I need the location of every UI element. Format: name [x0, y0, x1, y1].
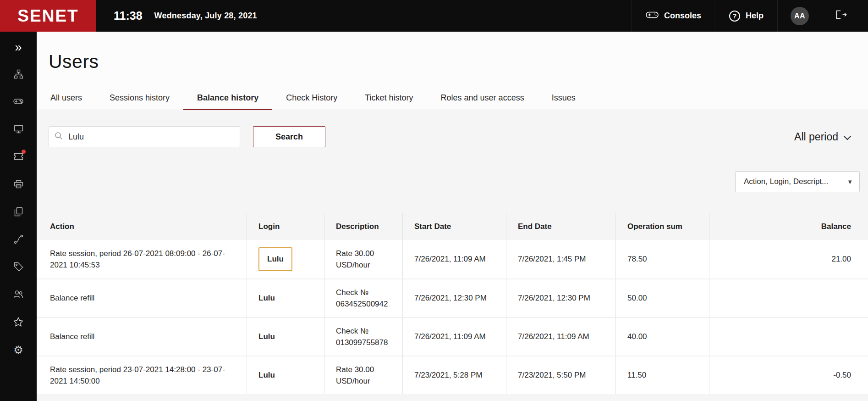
- search-input[interactable]: [67, 132, 234, 142]
- sidebar-item-documents[interactable]: [0, 199, 37, 226]
- cell-end: 7/26/2021, 1:45 PM: [506, 240, 615, 278]
- clock: 11:38: [114, 9, 143, 22]
- cell-description: Check № 013099755878: [324, 318, 402, 356]
- main-content: Users All usersSessions historyBalance h…: [37, 32, 868, 401]
- cell-start: 7/26/2021, 11:09 AM: [402, 240, 506, 278]
- balance-history-table: ActionLoginDescriptionStart DateEnd Date…: [37, 213, 868, 394]
- sidebar-item-tickets[interactable]: [0, 144, 37, 171]
- cell-start: 7/26/2021, 12:30 PM: [402, 279, 506, 317]
- login-value: Lulu: [258, 331, 275, 343]
- consoles-button[interactable]: Consoles: [632, 0, 715, 32]
- sidebar-item-favorites[interactable]: [0, 309, 37, 336]
- help-label: Help: [746, 11, 764, 21]
- sidebar-item-statistics[interactable]: [0, 226, 37, 254]
- table-row: Balance refillLuluCheck № 0634525009427/…: [37, 278, 868, 317]
- column-header-login: Login: [247, 213, 324, 240]
- sidebar-item-users[interactable]: [0, 281, 37, 309]
- columns-filter-section: Action, Login, Descript... ▼: [37, 171, 860, 192]
- printer-icon: [14, 180, 23, 190]
- page-header-section: Users All usersSessions historyBalance h…: [37, 32, 868, 110]
- login-value[interactable]: Lulu: [258, 247, 292, 271]
- cell-sum: 50.00: [615, 279, 709, 317]
- logout-icon: [836, 10, 847, 22]
- column-header-balance: Balance: [709, 213, 868, 240]
- current-date: Wednesday, July 28, 2021: [154, 11, 257, 21]
- tab-roles-and-user-access[interactable]: Roles and user access: [427, 85, 538, 110]
- cell-end: 7/26/2021, 12:30 PM: [506, 279, 615, 317]
- tab-all-users[interactable]: All users: [37, 85, 96, 110]
- tabs: All usersSessions historyBalance history…: [37, 85, 868, 110]
- cell-action: Balance refill: [37, 318, 247, 356]
- chevron-down-icon: [843, 131, 852, 143]
- search-icon: [55, 132, 63, 142]
- search-button[interactable]: Search: [253, 126, 325, 147]
- caret-down-icon: ▼: [847, 178, 853, 185]
- senet-logo[interactable]: SENET: [0, 0, 96, 32]
- double-chevron-right-icon: »: [15, 41, 22, 54]
- gamepad-icon: [646, 11, 659, 21]
- sidebar-item-structure[interactable]: [0, 61, 37, 89]
- cell-action: Balance refill: [37, 279, 247, 317]
- tab-ticket-history[interactable]: Ticket history: [351, 85, 427, 110]
- sidebar: »: [0, 32, 37, 401]
- tab-sessions-history[interactable]: Sessions history: [96, 85, 183, 110]
- cell-action: Rate session, period 26-07-2021 08:09:00…: [37, 240, 247, 278]
- cell-login: Lulu: [247, 279, 324, 317]
- sidebar-item-printing[interactable]: [0, 171, 37, 199]
- columns-filter-value: Action, Login, Descript...: [744, 177, 828, 186]
- sidebar-item-settings[interactable]: ⚙: [0, 336, 37, 364]
- structure-icon: [14, 69, 23, 81]
- cell-balance: [709, 318, 868, 356]
- route-icon: [14, 234, 23, 246]
- cell-description: Check № 063452500942: [324, 279, 402, 317]
- avatar[interactable]: AA: [791, 7, 809, 25]
- period-label: All period: [794, 131, 838, 143]
- cell-sum: 11.50: [615, 356, 709, 394]
- sidebar-item-computers[interactable]: [0, 116, 37, 144]
- column-header-operation-sum: Operation sum: [615, 213, 709, 240]
- cell-balance: [709, 279, 868, 317]
- column-header-end-date: End Date: [506, 213, 615, 240]
- users-icon: [13, 290, 23, 301]
- table-row: Rate session, period 26-07-2021 08:09:00…: [37, 240, 868, 278]
- period-selector[interactable]: All period: [794, 126, 852, 147]
- ticket-icon: [14, 153, 23, 162]
- cell-login: Lulu: [247, 240, 324, 278]
- notification-dot: [22, 150, 26, 154]
- tab-check-history[interactable]: Check History: [272, 85, 351, 110]
- cell-description: Rate 30.00 USD/hour: [324, 356, 402, 394]
- column-header-start-date: Start Date: [402, 213, 506, 240]
- sidebar-item-bookings[interactable]: [0, 89, 37, 116]
- columns-filter-dropdown[interactable]: Action, Login, Descript... ▼: [735, 171, 860, 192]
- cell-description: Rate 30.00 USD/hour: [324, 240, 402, 278]
- star-icon: [13, 317, 23, 329]
- login-value: Lulu: [258, 292, 275, 304]
- table-row: Balance refillLuluCheck № 0130997558787/…: [37, 317, 868, 356]
- cell-end: 7/26/2021, 11:09 AM: [506, 318, 615, 356]
- monitor-icon: [14, 125, 23, 135]
- sidebar-item-tariffs[interactable]: [0, 254, 37, 281]
- top-bar: SENET 11:38 Wednesday, July 28, 2021 Con…: [0, 0, 868, 32]
- login-value: Lulu: [258, 369, 275, 381]
- price-tag-icon: [14, 262, 23, 273]
- column-header-action: Action: [37, 213, 247, 240]
- logout-button[interactable]: [822, 0, 861, 32]
- cell-balance: 21.00: [709, 240, 868, 278]
- page-title: Users: [37, 32, 868, 85]
- cell-sum: 40.00: [615, 318, 709, 356]
- cell-sum: 78.50: [615, 240, 709, 278]
- cell-start: 7/26/2021, 11:09 AM: [402, 318, 506, 356]
- cell-login: Lulu: [247, 318, 324, 356]
- sidebar-expand-button[interactable]: »: [0, 33, 37, 61]
- tab-balance-history[interactable]: Balance history: [183, 85, 272, 110]
- avatar-wrapper: AA: [777, 0, 822, 32]
- cell-login: Lulu: [247, 356, 324, 394]
- copy-icon: [14, 207, 23, 218]
- search-input-wrapper: [49, 126, 240, 147]
- table-header: ActionLoginDescriptionStart DateEnd Date…: [37, 213, 868, 240]
- cell-start: 7/23/2021, 5:28 PM: [402, 356, 506, 394]
- help-button[interactable]: ? Help: [715, 0, 777, 32]
- consoles-label: Consoles: [664, 11, 701, 21]
- cell-balance: -0.50: [709, 356, 868, 394]
- tab-issues[interactable]: Issues: [538, 85, 589, 110]
